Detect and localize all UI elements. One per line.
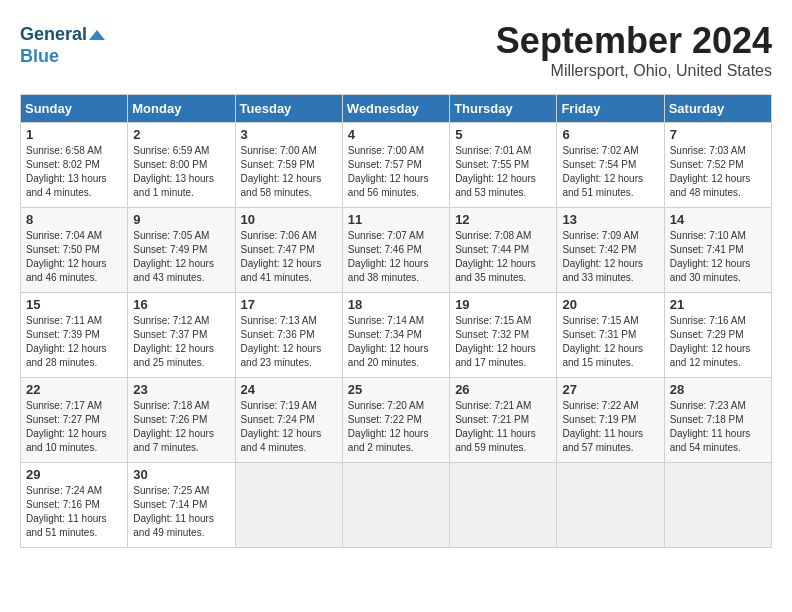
day-info: Sunrise: 7:16 AMSunset: 7:29 PMDaylight:… (670, 315, 751, 368)
table-row: 27Sunrise: 7:22 AMSunset: 7:19 PMDayligh… (557, 378, 664, 463)
table-row (450, 463, 557, 548)
calendar-week-3: 15Sunrise: 7:11 AMSunset: 7:39 PMDayligh… (21, 293, 772, 378)
day-number: 28 (670, 382, 766, 397)
day-number: 16 (133, 297, 229, 312)
day-number: 24 (241, 382, 337, 397)
table-row: 26Sunrise: 7:21 AMSunset: 7:21 PMDayligh… (450, 378, 557, 463)
table-row: 18Sunrise: 7:14 AMSunset: 7:34 PMDayligh… (342, 293, 449, 378)
day-number: 11 (348, 212, 444, 227)
day-number: 7 (670, 127, 766, 142)
header-thursday: Thursday (450, 95, 557, 123)
day-info: Sunrise: 7:15 AMSunset: 7:31 PMDaylight:… (562, 315, 643, 368)
table-row: 29Sunrise: 7:24 AMSunset: 7:16 PMDayligh… (21, 463, 128, 548)
day-info: Sunrise: 7:00 AMSunset: 7:59 PMDaylight:… (241, 145, 322, 198)
table-row: 30Sunrise: 7:25 AMSunset: 7:14 PMDayligh… (128, 463, 235, 548)
day-info: Sunrise: 7:24 AMSunset: 7:16 PMDaylight:… (26, 485, 107, 538)
day-info: Sunrise: 7:21 AMSunset: 7:21 PMDaylight:… (455, 400, 536, 453)
day-info: Sunrise: 7:01 AMSunset: 7:55 PMDaylight:… (455, 145, 536, 198)
day-info: Sunrise: 7:07 AMSunset: 7:46 PMDaylight:… (348, 230, 429, 283)
day-number: 5 (455, 127, 551, 142)
day-number: 4 (348, 127, 444, 142)
day-number: 6 (562, 127, 658, 142)
day-number: 1 (26, 127, 122, 142)
table-row: 5Sunrise: 7:01 AMSunset: 7:55 PMDaylight… (450, 123, 557, 208)
day-info: Sunrise: 7:00 AMSunset: 7:57 PMDaylight:… (348, 145, 429, 198)
table-row: 6Sunrise: 7:02 AMSunset: 7:54 PMDaylight… (557, 123, 664, 208)
table-row (664, 463, 771, 548)
day-info: Sunrise: 7:03 AMSunset: 7:52 PMDaylight:… (670, 145, 751, 198)
day-number: 26 (455, 382, 551, 397)
header-sunday: Sunday (21, 95, 128, 123)
day-number: 15 (26, 297, 122, 312)
day-number: 25 (348, 382, 444, 397)
table-row: 23Sunrise: 7:18 AMSunset: 7:26 PMDayligh… (128, 378, 235, 463)
day-number: 29 (26, 467, 122, 482)
day-number: 17 (241, 297, 337, 312)
calendar-title: September 2024 (20, 20, 772, 62)
table-row (235, 463, 342, 548)
day-info: Sunrise: 7:19 AMSunset: 7:24 PMDaylight:… (241, 400, 322, 453)
day-info: Sunrise: 7:15 AMSunset: 7:32 PMDaylight:… (455, 315, 536, 368)
table-row: 28Sunrise: 7:23 AMSunset: 7:18 PMDayligh… (664, 378, 771, 463)
table-row: 16Sunrise: 7:12 AMSunset: 7:37 PMDayligh… (128, 293, 235, 378)
table-row: 3Sunrise: 7:00 AMSunset: 7:59 PMDaylight… (235, 123, 342, 208)
table-row: 4Sunrise: 7:00 AMSunset: 7:57 PMDaylight… (342, 123, 449, 208)
table-row: 12Sunrise: 7:08 AMSunset: 7:44 PMDayligh… (450, 208, 557, 293)
table-row: 9Sunrise: 7:05 AMSunset: 7:49 PMDaylight… (128, 208, 235, 293)
table-row: 8Sunrise: 7:04 AMSunset: 7:50 PMDaylight… (21, 208, 128, 293)
calendar-week-1: 1Sunrise: 6:58 AMSunset: 8:02 PMDaylight… (21, 123, 772, 208)
day-info: Sunrise: 7:23 AMSunset: 7:18 PMDaylight:… (670, 400, 751, 453)
table-row: 25Sunrise: 7:20 AMSunset: 7:22 PMDayligh… (342, 378, 449, 463)
calendar-week-2: 8Sunrise: 7:04 AMSunset: 7:50 PMDaylight… (21, 208, 772, 293)
day-info: Sunrise: 7:09 AMSunset: 7:42 PMDaylight:… (562, 230, 643, 283)
day-number: 13 (562, 212, 658, 227)
day-info: Sunrise: 7:10 AMSunset: 7:41 PMDaylight:… (670, 230, 751, 283)
day-info: Sunrise: 7:04 AMSunset: 7:50 PMDaylight:… (26, 230, 107, 283)
table-row: 22Sunrise: 7:17 AMSunset: 7:27 PMDayligh… (21, 378, 128, 463)
day-number: 27 (562, 382, 658, 397)
day-info: Sunrise: 7:25 AMSunset: 7:14 PMDaylight:… (133, 485, 214, 538)
weekday-header-row: Sunday Monday Tuesday Wednesday Thursday… (21, 95, 772, 123)
calendar-table: Sunday Monday Tuesday Wednesday Thursday… (20, 94, 772, 548)
day-number: 3 (241, 127, 337, 142)
table-row: 14Sunrise: 7:10 AMSunset: 7:41 PMDayligh… (664, 208, 771, 293)
table-row (342, 463, 449, 548)
table-row: 20Sunrise: 7:15 AMSunset: 7:31 PMDayligh… (557, 293, 664, 378)
day-info: Sunrise: 7:13 AMSunset: 7:36 PMDaylight:… (241, 315, 322, 368)
page-header: General Blue September 2024 Millersport,… (20, 20, 772, 86)
day-number: 2 (133, 127, 229, 142)
day-info: Sunrise: 7:22 AMSunset: 7:19 PMDaylight:… (562, 400, 643, 453)
table-row: 11Sunrise: 7:07 AMSunset: 7:46 PMDayligh… (342, 208, 449, 293)
header-friday: Friday (557, 95, 664, 123)
day-info: Sunrise: 7:11 AMSunset: 7:39 PMDaylight:… (26, 315, 107, 368)
day-info: Sunrise: 7:08 AMSunset: 7:44 PMDaylight:… (455, 230, 536, 283)
table-row: 21Sunrise: 7:16 AMSunset: 7:29 PMDayligh… (664, 293, 771, 378)
day-info: Sunrise: 7:17 AMSunset: 7:27 PMDaylight:… (26, 400, 107, 453)
day-info: Sunrise: 7:18 AMSunset: 7:26 PMDaylight:… (133, 400, 214, 453)
table-row: 24Sunrise: 7:19 AMSunset: 7:24 PMDayligh… (235, 378, 342, 463)
logo: General Blue (20, 24, 105, 67)
table-row: 19Sunrise: 7:15 AMSunset: 7:32 PMDayligh… (450, 293, 557, 378)
table-row: 2Sunrise: 6:59 AMSunset: 8:00 PMDaylight… (128, 123, 235, 208)
header-saturday: Saturday (664, 95, 771, 123)
day-number: 20 (562, 297, 658, 312)
day-number: 19 (455, 297, 551, 312)
day-info: Sunrise: 7:02 AMSunset: 7:54 PMDaylight:… (562, 145, 643, 198)
day-number: 8 (26, 212, 122, 227)
header-wednesday: Wednesday (342, 95, 449, 123)
day-number: 12 (455, 212, 551, 227)
day-number: 22 (26, 382, 122, 397)
calendar-week-5: 29Sunrise: 7:24 AMSunset: 7:16 PMDayligh… (21, 463, 772, 548)
day-info: Sunrise: 7:20 AMSunset: 7:22 PMDaylight:… (348, 400, 429, 453)
day-info: Sunrise: 7:12 AMSunset: 7:37 PMDaylight:… (133, 315, 214, 368)
day-number: 9 (133, 212, 229, 227)
day-info: Sunrise: 7:05 AMSunset: 7:49 PMDaylight:… (133, 230, 214, 283)
table-row: 10Sunrise: 7:06 AMSunset: 7:47 PMDayligh… (235, 208, 342, 293)
calendar-week-4: 22Sunrise: 7:17 AMSunset: 7:27 PMDayligh… (21, 378, 772, 463)
day-number: 21 (670, 297, 766, 312)
calendar-subtitle: Millersport, Ohio, United States (20, 62, 772, 80)
table-row: 13Sunrise: 7:09 AMSunset: 7:42 PMDayligh… (557, 208, 664, 293)
day-info: Sunrise: 7:14 AMSunset: 7:34 PMDaylight:… (348, 315, 429, 368)
table-row (557, 463, 664, 548)
day-number: 14 (670, 212, 766, 227)
